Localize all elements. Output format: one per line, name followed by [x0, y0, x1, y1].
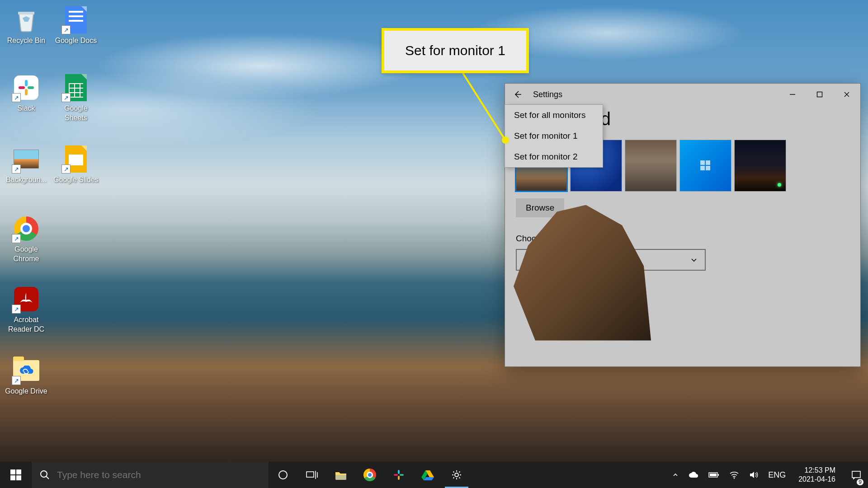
wallpaper-thumbnail[interactable]: [680, 140, 731, 191]
svg-rect-0: [25, 80, 28, 86]
system-tray[interactable]: ENG 12:53 PM 2021-04-16 9: [670, 462, 868, 488]
svg-point-9: [279, 471, 287, 479]
shortcut-overlay-icon: ↗: [61, 93, 71, 102]
windows-logo-icon: [10, 469, 21, 480]
desktop-icon-label: Backgroun...: [6, 175, 47, 185]
svg-rect-15: [398, 476, 400, 480]
desktop-icon-label: Slack: [17, 104, 35, 113]
desktop-icon-google-slides[interactable]: ↗ Google Slides: [52, 145, 99, 185]
window-titlebar[interactable]: Settings: [505, 84, 860, 105]
shortcut-overlay-icon: ↗: [12, 305, 21, 314]
google-sheets-icon: ↗: [61, 73, 90, 102]
gear-icon: [451, 469, 462, 481]
taskbar-task-view[interactable]: [297, 462, 326, 488]
browse-button[interactable]: Browse: [516, 198, 564, 217]
wallpaper-thumbnail[interactable]: [625, 140, 676, 191]
shortcut-overlay-icon: ↗: [61, 25, 71, 34]
svg-rect-2: [25, 89, 28, 95]
window-title: Settings: [533, 90, 562, 99]
svg-rect-19: [718, 474, 719, 476]
fit-dropdown[interactable]: Fill: [516, 249, 706, 271]
tray-battery[interactable]: [707, 462, 721, 488]
clock-date: 2021-04-16: [798, 475, 835, 484]
desktop-icon-background-image[interactable]: ↗ Backgroun...: [3, 145, 50, 185]
cloud-icon: [689, 471, 698, 479]
notification-icon: [851, 470, 861, 479]
fit-label: Choose a fit: [516, 234, 849, 244]
taskbar-search[interactable]: [32, 462, 269, 488]
taskbar-settings[interactable]: [442, 462, 471, 488]
wallpaper-thumbnail[interactable]: [735, 140, 786, 191]
search-input[interactable]: [57, 469, 260, 480]
image-file-icon: ↗: [12, 145, 41, 174]
slack-icon: [393, 469, 405, 481]
context-menu-item-monitor-2[interactable]: Set for monitor 2: [505, 146, 603, 167]
svg-rect-14: [400, 474, 404, 476]
google-drive-icon: [421, 469, 434, 480]
taskbar-chrome[interactable]: [355, 462, 384, 488]
taskbar[interactable]: ENG 12:53 PM 2021-04-16 9: [0, 462, 868, 488]
desktop-icon-acrobat[interactable]: ↗ Acrobat Reader DC: [3, 285, 50, 334]
svg-rect-6: [817, 92, 822, 97]
close-icon: [844, 91, 850, 98]
chrome-icon: [363, 469, 376, 481]
desktop-background[interactable]: Recycle Bin ↗ Slack ↗ Backgroun... ↗ Goo…: [0, 0, 868, 488]
desktop-icon-label: Google Drive: [5, 387, 47, 396]
tray-volume[interactable]: [747, 462, 760, 488]
file-explorer-icon: [335, 469, 347, 480]
maximize-button[interactable]: [806, 84, 833, 105]
notification-badge: 9: [857, 479, 863, 485]
desktop-icon-label: Recycle Bin: [7, 36, 45, 46]
desktop-icon-label: Google Chrome: [3, 245, 50, 264]
chrome-icon: ↗: [12, 214, 41, 243]
fit-dropdown-value: Fill: [524, 255, 535, 265]
tray-wifi[interactable]: [727, 462, 741, 488]
desktop-icon-label: Google Sheets: [52, 104, 99, 123]
desktop-icon-label: Google Docs: [55, 36, 97, 46]
desktop-icon-chrome[interactable]: ↗ Google Chrome: [3, 214, 50, 264]
svg-point-7: [41, 471, 47, 477]
start-button[interactable]: [0, 462, 32, 488]
svg-rect-20: [710, 474, 717, 476]
taskbar-google-drive[interactable]: [413, 462, 442, 488]
battery-icon: [708, 472, 719, 478]
tray-clock[interactable]: 12:53 PM 2021-04-16: [794, 466, 840, 484]
desktop-icon-google-docs[interactable]: ↗ Google Docs: [52, 5, 99, 46]
svg-rect-1: [28, 86, 34, 89]
tray-notifications[interactable]: 9: [846, 462, 866, 488]
minimize-icon: [789, 91, 796, 98]
annotation-text: Set for monitor 1: [405, 43, 505, 58]
desktop-icon-label: Acrobat Reader DC: [3, 315, 50, 334]
taskbar-file-explorer[interactable]: [326, 462, 355, 488]
tray-onedrive[interactable]: [687, 462, 700, 488]
shortcut-overlay-icon: ↗: [12, 234, 21, 243]
taskbar-slack[interactable]: [384, 462, 413, 488]
desktop-icon-slack[interactable]: ↗ Slack: [3, 73, 50, 113]
close-button[interactable]: [833, 84, 860, 105]
desktop-icon-recycle-bin[interactable]: Recycle Bin: [3, 5, 50, 46]
acrobat-icon: ↗: [12, 285, 41, 314]
slack-icon: ↗: [12, 73, 41, 102]
svg-rect-22: [852, 471, 860, 478]
shortcut-overlay-icon: ↗: [12, 376, 21, 385]
svg-rect-10: [307, 472, 314, 477]
svg-point-17: [455, 473, 458, 477]
annotation-callout: Set for monitor 1: [382, 28, 529, 73]
wifi-icon: [729, 471, 739, 479]
tray-language[interactable]: ENG: [766, 462, 788, 488]
cortana-icon: [278, 469, 288, 480]
taskbar-cortana[interactable]: [269, 462, 297, 488]
annotation-endpoint-dot: [502, 136, 509, 144]
shortcut-overlay-icon: ↗: [12, 164, 21, 174]
svg-rect-3: [19, 86, 25, 89]
minimize-button[interactable]: [779, 84, 806, 105]
svg-line-8: [46, 476, 49, 479]
tray-overflow[interactable]: [670, 462, 680, 488]
maximize-icon: [816, 91, 823, 98]
shortcut-overlay-icon: ↗: [12, 93, 21, 102]
chevron-up-icon: [672, 472, 679, 478]
shortcut-overlay-icon: ↗: [61, 164, 71, 174]
desktop-icon-google-sheets[interactable]: ↗ Google Sheets: [52, 73, 99, 123]
svg-line-4: [463, 73, 505, 140]
desktop-icon-google-drive[interactable]: ↗ Google Drive: [3, 356, 50, 396]
